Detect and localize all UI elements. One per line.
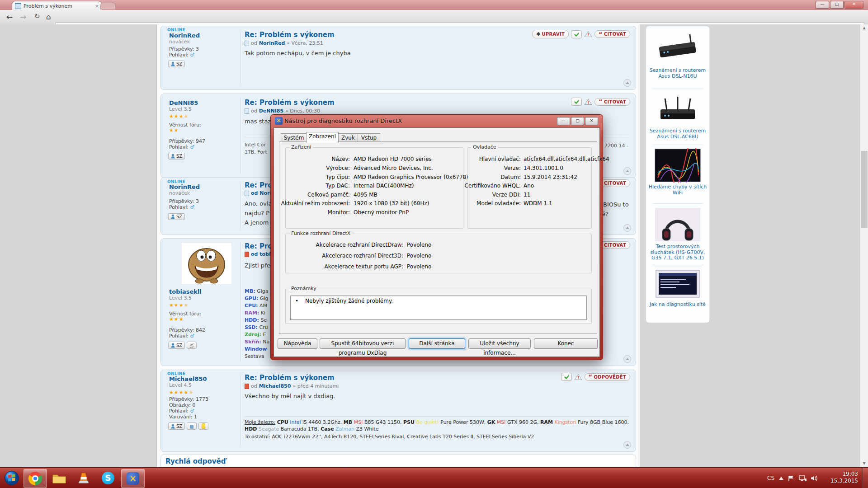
taskbar-chrome[interactable] — [24, 469, 47, 488]
clock[interactable]: 19:03 15.3.2015 — [830, 471, 858, 484]
dialog-close-button[interactable]: ✕ — [585, 117, 598, 125]
volume-icon[interactable] — [811, 475, 818, 481]
keyboard-layout[interactable]: CS — [767, 475, 774, 481]
network-icon[interactable] — [799, 475, 807, 481]
reply-button[interactable]: “ODPOVĚDĚT — [585, 373, 630, 381]
dialog-title: Nástroj pro diagnostiku rozhraní DirectX — [284, 117, 402, 124]
sidebar-article-router-ac68u[interactable]: Seznámení s routerem Asus DSL-AC68U — [646, 92, 709, 140]
meta-author-link[interactable]: Michael850 — [259, 383, 291, 389]
forward-icon[interactable]: → — [20, 12, 26, 21]
author-link[interactable]: Michael850 — [169, 375, 207, 382]
dialog-minimize-button[interactable]: — — [557, 117, 570, 125]
action-center-flag-icon[interactable] — [788, 475, 794, 481]
post-title[interactable]: Re: Problém s výkonem — [245, 99, 335, 107]
notes-text: Nebyly zjištěny žádné problémy. — [305, 298, 393, 304]
report-icon[interactable]: ! — [584, 31, 592, 38]
sidebar-article-title[interactable]: Test prostorových sluchátek (HS-G700V, G… — [646, 244, 709, 261]
tray-expand-icon[interactable] — [779, 477, 783, 480]
sidebar-article-router-n16u[interactable]: Seznámení s routerem Asus DSL-N16U — [646, 29, 709, 79]
post-body-fragment: BIOSu to — [603, 201, 629, 208]
dxdiag-dialog: ✕ Nástroj pro diagnostiku rozhraní Direc… — [270, 114, 603, 360]
show-desktop-button[interactable] — [862, 468, 868, 488]
male-icon: ♂ — [190, 144, 195, 150]
loyalty-stars: ★★ — [169, 127, 179, 133]
notes-box[interactable]: • Nebyly zjištěny žádné problémy. — [290, 296, 587, 320]
taskbar-skype[interactable]: S — [97, 469, 119, 487]
author-link[interactable]: NorinRed — [169, 183, 200, 190]
next-page-button[interactable]: Další stránka — [409, 338, 465, 349]
quote-button[interactable]: “CITOVAT — [594, 30, 630, 38]
report-icon[interactable]: ! — [574, 374, 582, 380]
sidebar-article-title[interactable]: Seznámení s routerem Asus DSL-AC68U — [646, 128, 709, 140]
refresh-icon[interactable]: ↻ — [34, 12, 40, 20]
sidebar-article-title[interactable]: Jak na diagnostiku sítě — [646, 302, 709, 308]
chrome-icon — [28, 472, 42, 485]
pm-button[interactable]: SZ — [168, 213, 185, 220]
post-meta: odNorinRed» Včera, 23:51 — [245, 40, 323, 46]
up-arrow-icon — [626, 227, 629, 229]
browser-tab[interactable]: Problém s výkonem × — [12, 1, 102, 10]
new-tab-button[interactable] — [100, 3, 116, 9]
report-icon[interactable]: ! — [584, 99, 592, 105]
minimize-button[interactable]: — — [816, 1, 829, 9]
author-rank: nováček — [169, 39, 190, 45]
home-icon[interactable]: ⌂ — [46, 12, 51, 21]
scrollbar[interactable]: ▲ ▼ — [860, 24, 868, 467]
website-button[interactable] — [198, 422, 208, 430]
maximize-button[interactable]: ▢ — [830, 1, 844, 9]
approve-button[interactable] — [571, 30, 582, 38]
sidebar-article-title[interactable]: Seznámení s routerem Asus DSL-N16U — [646, 68, 709, 79]
meta-author-link[interactable]: NorinRed — [259, 40, 285, 46]
scroll-top-button[interactable] — [623, 224, 631, 232]
approve-button[interactable] — [561, 373, 572, 381]
tab-display[interactable]: Zobrazení — [306, 132, 339, 143]
pm-button[interactable]: SZ — [168, 422, 185, 430]
run-64bit-button[interactable]: Spustit 64bitovou verzi programu DxDiag — [320, 338, 406, 349]
scroll-top-button[interactable] — [623, 441, 631, 449]
dialog-maximize-button[interactable]: ▢ — [571, 117, 584, 125]
approve-button[interactable] — [571, 98, 582, 106]
edit-button[interactable]: ✱UPRAVIT — [532, 30, 569, 38]
meta-author-link[interactable]: DeNNI85 — [259, 108, 283, 114]
tab-close-icon[interactable]: × — [95, 3, 99, 9]
sidebar-article-title[interactable]: Hledáme chyby v sítích WiFi — [646, 184, 709, 196]
help-button[interactable]: Nápověda — [278, 338, 317, 349]
author-link[interactable]: tobiasekll — [169, 288, 202, 295]
pm-button[interactable]: SZ — [168, 342, 185, 349]
sidebar-article-diagnostics[interactable]: Jak na diagnostiku sítě — [646, 268, 709, 308]
post-title[interactable]: Re: Problém s výkonem — [245, 31, 335, 39]
close-button[interactable]: ✕ — [844, 1, 863, 9]
scroll-up-icon[interactable]: ▲ — [860, 24, 868, 32]
attachment-button[interactable] — [187, 342, 197, 349]
back-icon[interactable]: ← — [6, 12, 13, 21]
profile-field: Příspěvky: 1773 — [169, 396, 208, 402]
gallery-button[interactable] — [187, 422, 197, 430]
author-link[interactable]: DeNNI85 — [169, 99, 198, 106]
level-stars: ★★★★ — [169, 111, 189, 120]
post-title[interactable]: Re: Problém s výkonem — [245, 374, 335, 382]
scroll-top-button[interactable] — [623, 79, 631, 87]
post-body-fragment: A jenom — [245, 219, 269, 226]
author-link[interactable]: NorinRed — [169, 32, 200, 39]
scrollbar-thumb[interactable] — [861, 151, 868, 228]
scroll-down-icon[interactable]: ▼ — [860, 460, 868, 467]
signature-fragment: Intel Cor — [245, 142, 266, 148]
pm-button[interactable]: SZ — [168, 153, 185, 160]
quote-button[interactable]: “CITOVAT — [594, 98, 630, 106]
taskbar-vlc[interactable] — [72, 469, 95, 487]
save-all-info-button[interactable]: Uložit všechny informace... — [468, 338, 531, 349]
svg-text:!: ! — [587, 100, 589, 105]
sidebar-article-wifi[interactable]: Hledáme chyby v sítích WiFi — [646, 148, 709, 196]
sidebar-article-headset[interactable]: Test prostorových sluchátek (HS-G700V, G… — [646, 207, 709, 261]
scroll-top-button[interactable] — [623, 355, 631, 363]
chart-image — [654, 148, 701, 183]
taskbar-explorer[interactable] — [48, 469, 71, 487]
start-button[interactable] — [2, 469, 22, 487]
scroll-top-button[interactable] — [623, 167, 631, 175]
post-body: Tak potom nechápu, v čem je chyba — [245, 50, 351, 56]
post-body-fragment: mas staz — [245, 118, 271, 125]
taskbar-dxdiag[interactable]: ✕ — [121, 469, 145, 488]
pm-button[interactable]: SZ — [168, 61, 185, 67]
exit-button[interactable]: Konec — [534, 338, 598, 349]
post-title[interactable]: Re: Pro — [245, 242, 273, 250]
